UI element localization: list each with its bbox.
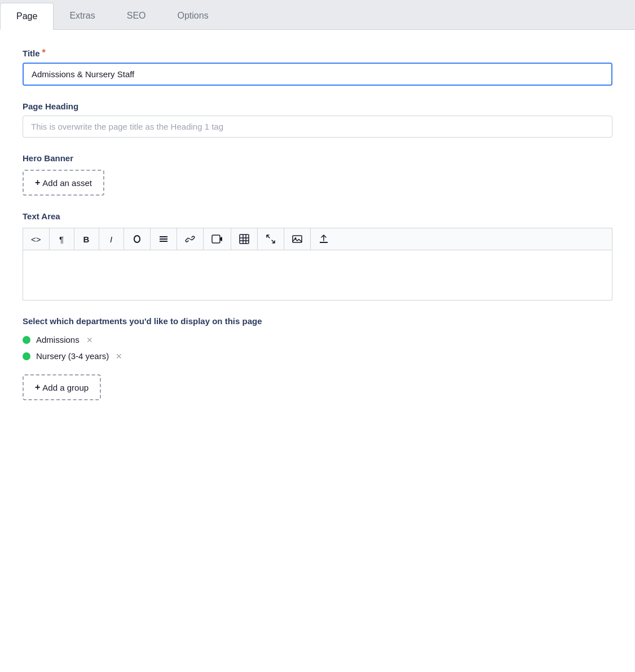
tab-options[interactable]: Options <box>162 3 224 30</box>
image-button[interactable] <box>284 228 311 250</box>
hero-banner-field-group: Hero Banner + Add an asset <box>23 153 612 196</box>
department-item-nursery: Nursery (3-4 years) ✕ <box>23 351 612 361</box>
nursery-dot <box>23 352 30 360</box>
page-heading-label: Page Heading <box>23 101 612 111</box>
title-required: * <box>42 48 46 58</box>
tab-page[interactable]: Page <box>0 3 54 30</box>
svg-rect-4 <box>240 235 249 244</box>
title-input[interactable] <box>23 63 612 86</box>
departments-label: Select which departments you'd like to d… <box>23 316 612 326</box>
expand-button[interactable] <box>258 228 284 250</box>
list-button[interactable] <box>151 228 177 250</box>
svg-rect-9 <box>293 236 302 242</box>
tab-seo[interactable]: SEO <box>111 3 162 30</box>
link-button[interactable] <box>177 228 204 250</box>
bold-button[interactable]: B <box>74 228 99 250</box>
upload-button[interactable] <box>311 228 337 250</box>
tab-extras[interactable]: Extras <box>54 3 111 30</box>
svg-rect-0 <box>160 236 167 237</box>
paragraph-button[interactable]: ¶ <box>50 228 74 250</box>
svg-rect-3 <box>212 235 220 243</box>
admissions-remove-button[interactable]: ✕ <box>86 335 93 344</box>
add-group-button[interactable]: + Add a group <box>23 374 101 400</box>
main-content: Title * Page Heading Hero Banner + Add a… <box>0 30 635 672</box>
code-button[interactable]: <> <box>23 228 50 250</box>
nursery-remove-button[interactable]: ✕ <box>116 352 122 361</box>
admissions-name: Admissions <box>36 335 80 344</box>
departments-section: Select which departments you'd like to d… <box>23 316 612 400</box>
text-area-field-group: Text Area <> ¶ B I <box>23 211 612 300</box>
plus-group-icon: + <box>35 382 40 392</box>
title-label: Title * <box>23 48 612 58</box>
table-button[interactable] <box>231 228 258 250</box>
plus-icon: + <box>35 178 40 188</box>
department-item-admissions: Admissions ✕ <box>23 335 612 344</box>
text-area-label: Text Area <box>23 211 612 221</box>
dropcap-button[interactable] <box>124 228 151 250</box>
page-heading-field-group: Page Heading <box>23 101 612 138</box>
tab-bar: Page Extras SEO Options <box>0 0 635 30</box>
nursery-name: Nursery (3-4 years) <box>36 351 109 361</box>
svg-rect-2 <box>160 241 167 242</box>
text-editor-toolbar: <> ¶ B I <box>23 228 612 250</box>
hero-banner-label: Hero Banner <box>23 153 612 163</box>
svg-rect-1 <box>160 238 167 240</box>
text-editor-content[interactable] <box>23 250 612 300</box>
page-heading-input[interactable] <box>23 116 612 138</box>
add-asset-button[interactable]: + Add an asset <box>23 170 104 196</box>
admissions-dot <box>23 336 30 344</box>
italic-button[interactable]: I <box>99 228 124 250</box>
video-button[interactable] <box>204 228 231 250</box>
title-field-group: Title * <box>23 48 612 86</box>
